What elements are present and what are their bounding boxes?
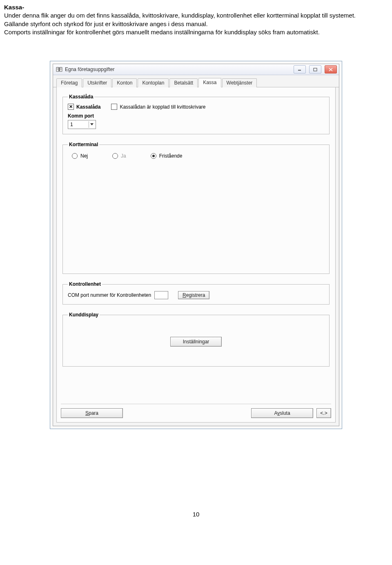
kortterminal-legend: Kortterminal xyxy=(68,142,99,147)
nav-button[interactable]: <.> xyxy=(316,408,331,418)
kortterminal-fristaende-radio[interactable]: Fristående xyxy=(151,153,183,159)
tab-body: Kassalåda ✕ Kassalåda Kassalådan är kopp… xyxy=(56,87,336,423)
kontrollenhet-port-input[interactable] xyxy=(154,291,168,299)
titlebar: Egna företagsuppgifter xyxy=(53,64,339,75)
svg-rect-0 xyxy=(298,70,301,71)
kortterminal-nej-label: Nej xyxy=(80,153,88,159)
kontrollenhet-group: Kontrollenhet COM port nummer för Kontro… xyxy=(62,281,330,305)
tab-konton[interactable]: Konton xyxy=(112,78,137,87)
intro-line1: Under denna flik anger du om det finns k… xyxy=(4,12,356,19)
intro-line2: Gällande styrfont och styrkod för just e… xyxy=(4,20,208,27)
tab-strip: Företag Utskrifter Konton Kontoplan Beta… xyxy=(53,75,339,87)
tab-kontoplan[interactable]: Kontoplan xyxy=(138,78,169,87)
kortterminal-group: Kortterminal Nej Ja Fristående xyxy=(62,142,330,274)
kortterminal-nej-radio[interactable]: Nej xyxy=(72,153,88,159)
radio-icon xyxy=(151,153,156,159)
komm-port-label: Komm port xyxy=(68,113,324,119)
registrera-button[interactable]: Registrera xyxy=(178,291,209,299)
window-title: Egna företagsuppgifter xyxy=(65,67,290,72)
installningar-button[interactable]: Inställningar xyxy=(170,337,222,347)
tab-betalsatt[interactable]: Betalsätt xyxy=(169,78,198,87)
checkbox-icon xyxy=(111,104,117,110)
checkbox-icon: ✕ xyxy=(68,104,74,110)
minimize-button[interactable] xyxy=(294,65,306,73)
radio-icon xyxy=(72,153,78,159)
komm-port-value: 1 xyxy=(70,122,73,127)
close-button[interactable] xyxy=(325,65,337,73)
kortterminal-ja-radio[interactable]: Ja xyxy=(112,153,126,159)
kassalada-kvitto-checkbox[interactable]: Kassalådan är kopplad till kvittoskrivar… xyxy=(111,104,205,110)
maximize-button[interactable] xyxy=(309,65,321,73)
kassalada-checkbox[interactable]: ✕ Kassalåda xyxy=(68,104,100,110)
intro-heading: Kassa- xyxy=(4,4,24,11)
tab-utskrifter[interactable]: Utskrifter xyxy=(83,78,111,87)
kunddisplay-group: Kunddisplay Inställningar xyxy=(62,312,330,367)
company-settings-dialog: Egna företagsuppgifter Företag Utskrifte… xyxy=(53,64,339,426)
dialog-wrapper: Egna företagsuppgifter Företag Utskrifte… xyxy=(50,61,342,429)
close-dialog-button[interactable]: Avsluta xyxy=(251,408,313,418)
kontrollenhet-label: COM port nummer för Kontrollenheten xyxy=(68,292,151,298)
book-icon xyxy=(56,67,62,72)
page-number: 10 xyxy=(4,511,388,518)
radio-icon xyxy=(112,153,118,159)
chevron-down-icon xyxy=(89,121,95,128)
svg-rect-1 xyxy=(314,68,317,71)
tab-webtjanster[interactable]: Webtjänster xyxy=(222,78,257,87)
kassalada-legend: Kassalåda xyxy=(68,94,94,100)
kortterminal-ja-label: Ja xyxy=(121,153,126,159)
tab-foretag[interactable]: Företag xyxy=(56,78,82,87)
bottom-button-bar: Spara Avsluta <.> xyxy=(61,404,331,418)
intro-line3: Comports inställningar för kontrollenhet… xyxy=(4,29,320,36)
kontrollenhet-legend: Kontrollenhet xyxy=(68,281,102,287)
kassalada-group: Kassalåda ✕ Kassalåda Kassalådan är kopp… xyxy=(62,94,330,134)
kassalada-checkbox-label: Kassalåda xyxy=(76,104,100,110)
kortterminal-fristaende-label: Fristående xyxy=(159,153,183,159)
kassalada-kvitto-label: Kassalådan är kopplad till kvittoskrivar… xyxy=(120,104,205,110)
intro-text: Kassa- Under denna flik anger du om det … xyxy=(4,3,388,36)
komm-port-select[interactable]: 1 xyxy=(68,120,96,129)
kunddisplay-legend: Kunddisplay xyxy=(68,312,100,318)
tab-kassa[interactable]: Kassa xyxy=(198,78,221,87)
save-button[interactable]: Spara xyxy=(61,408,123,418)
